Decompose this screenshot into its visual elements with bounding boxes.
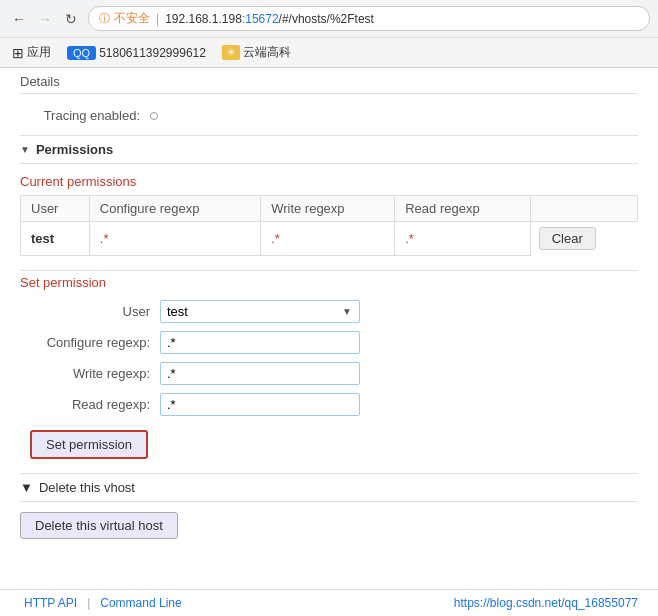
command-line-tab[interactable]: Command Line: [96, 594, 185, 612]
cell-write-regexp: .*: [261, 222, 395, 256]
address-bar[interactable]: ⓘ 不安全 | 192.168.1.198:15672/#/vhosts/%2F…: [88, 6, 650, 31]
write-regexp-row: Write regexp:: [20, 362, 638, 385]
col-header-action: [530, 196, 637, 222]
delete-section-header[interactable]: ▼ Delete this vhost: [20, 473, 638, 502]
user-select-wrapper: test ▼: [160, 300, 360, 323]
col-header-write: Write regexp: [261, 196, 395, 222]
delete-section-title: Delete this vhost: [39, 480, 135, 495]
http-api-tab[interactable]: HTTP API: [20, 594, 81, 612]
cell-configure-regexp: .*: [89, 222, 260, 256]
user-form-row: User test ▼: [20, 300, 638, 323]
delete-arrow-icon: ▼: [20, 480, 33, 495]
forward-button[interactable]: →: [34, 8, 56, 30]
current-permissions-label: Current permissions: [20, 174, 638, 189]
bookmark-qq[interactable]: QQ 518061139299961​2: [63, 44, 210, 62]
footer-divider: |: [87, 596, 90, 610]
apps-icon: ⊞: [12, 45, 24, 61]
url-host: 192.168.1.198:15672/#/vhosts/%2Ftest: [165, 12, 374, 26]
url-separator: |: [156, 12, 159, 26]
tracing-label: Tracing enabled:: [20, 108, 150, 123]
read-regexp-input[interactable]: [160, 393, 360, 416]
bookmark-qq-label: 518061139299961​2: [99, 46, 206, 60]
col-header-user: User: [21, 196, 90, 222]
permissions-arrow-icon: ▼: [20, 144, 30, 155]
clear-button[interactable]: Clear: [539, 227, 596, 250]
browser-toolbar: ← → ↻ ⓘ 不安全 | 192.168.1.198:15672/#/vhos…: [0, 0, 658, 38]
cell-user: test: [21, 222, 90, 256]
delete-vhost-button[interactable]: Delete this virtual host: [20, 512, 178, 539]
user-select[interactable]: test: [160, 300, 360, 323]
cell-read-regexp: .*: [395, 222, 530, 256]
url-insecure: 不安全: [114, 10, 150, 27]
cloud-icon: ☀: [222, 45, 240, 60]
back-button[interactable]: ←: [8, 8, 30, 30]
set-permission-button[interactable]: Set permission: [30, 430, 148, 459]
bookmark-apps[interactable]: ⊞ 应用: [8, 42, 55, 63]
permissions-section-header[interactable]: ▼ Permissions: [20, 135, 638, 164]
refresh-button[interactable]: ↻: [60, 8, 82, 30]
read-regexp-label: Read regexp:: [20, 397, 160, 412]
user-form-label: User: [20, 304, 160, 319]
configure-regexp-label: Configure regexp:: [20, 335, 160, 350]
bookmarks-bar: ⊞ 应用 QQ 518061139299961​2 ☀ 云端高科: [0, 38, 658, 67]
configure-regexp-input[interactable]: [160, 331, 360, 354]
permissions-table: User Configure regexp Write regexp Read …: [20, 195, 638, 256]
bookmark-cloud[interactable]: ☀ 云端高科: [218, 42, 295, 63]
tracing-dot: [150, 112, 158, 120]
set-permission-btn-wrapper: Set permission: [20, 424, 638, 473]
col-header-configure: Configure regexp: [89, 196, 260, 222]
page-content: Details Tracing enabled: ▼ Permissions C…: [0, 68, 658, 612]
qq-icon: QQ: [67, 46, 96, 60]
details-header: Details: [20, 68, 638, 94]
table-row: test .* .* .* Clear: [21, 222, 638, 256]
permissions-section-title: Permissions: [36, 142, 113, 157]
tracing-value: [150, 108, 158, 123]
configure-regexp-row: Configure regexp:: [20, 331, 638, 354]
bookmark-apps-label: 应用: [27, 44, 51, 61]
lock-icon: ⓘ: [99, 11, 110, 26]
nav-buttons: ← → ↻: [8, 8, 82, 30]
footer-url: https://blog.csdn.net/qq_16855077: [454, 596, 638, 610]
footer-tabs: HTTP API | Command Line https://blog.csd…: [0, 589, 658, 616]
col-header-read: Read regexp: [395, 196, 530, 222]
write-regexp-label: Write regexp:: [20, 366, 160, 381]
write-regexp-input[interactable]: [160, 362, 360, 385]
table-header-row: User Configure regexp Write regexp Read …: [21, 196, 638, 222]
browser-chrome: ← → ↻ ⓘ 不安全 | 192.168.1.198:15672/#/vhos…: [0, 0, 658, 68]
tracing-row: Tracing enabled:: [20, 104, 638, 127]
set-permission-label: Set permission: [20, 270, 638, 290]
bookmark-cloud-label: 云端高科: [243, 44, 291, 61]
delete-btn-wrapper: Delete this virtual host: [20, 512, 638, 553]
read-regexp-row: Read regexp:: [20, 393, 638, 416]
cell-action: Clear: [530, 222, 637, 256]
